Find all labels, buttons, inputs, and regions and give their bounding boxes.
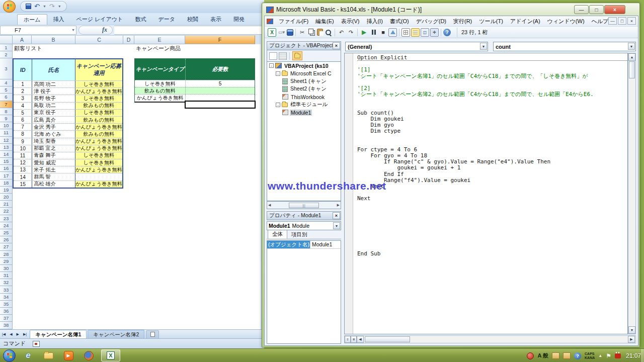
save-icon[interactable] — [287, 29, 293, 36]
help-tray-icon[interactable]: ? — [574, 352, 581, 359]
scroll-left-icon[interactable]: ◀ — [357, 336, 364, 343]
tree-item[interactable]: Module1 — [267, 109, 341, 117]
row-header-33[interactable]: 33 — [0, 286, 13, 293]
macro-record-icon[interactable] — [33, 341, 40, 347]
selected-cell-f7[interactable] — [185, 101, 256, 109]
customer-campaign-cell[interactable]: 飲みもの無料 — [75, 103, 122, 109]
sheet-tab-2[interactable]: キャンペーン名簿2 — [88, 330, 144, 338]
property-value[interactable]: Module1 — [310, 241, 341, 248]
full-module-view-icon[interactable]: ≣ — [351, 336, 357, 343]
tree-item[interactable]: -VBAProject (ks10 — [267, 62, 341, 70]
ribbon-tab-7[interactable]: 表示 — [204, 14, 227, 25]
ribbon-tab-6[interactable]: 校閲 — [181, 14, 204, 25]
ribbon-tab-3[interactable]: ページ レイアウト — [70, 14, 129, 25]
selector-dropdown-icon[interactable]: ▼ — [333, 222, 340, 229]
excel-taskbar-button[interactable]: X — [101, 349, 120, 361]
customer-id-cell[interactable]: 8 — [14, 131, 32, 137]
customer-name-cell[interactable]: 北海 めぐみ — [32, 131, 75, 137]
tool-tray-icon-1[interactable] — [552, 352, 559, 359]
customer-campaign-cell[interactable]: 飲みもの無料 — [75, 117, 122, 123]
row-header-8[interactable]: 8 — [0, 108, 13, 115]
help-icon[interactable]: ? — [443, 29, 451, 36]
hscroll-thumb[interactable] — [365, 336, 410, 342]
row-header-1[interactable]: 1 — [0, 44, 13, 51]
campaign-type-cell[interactable]: 飲みもの無料 — [135, 87, 186, 94]
vba-menu-5[interactable]: 書式(O) — [386, 16, 413, 27]
reset-icon[interactable]: ■ — [379, 28, 387, 37]
sheet-nav-icon-4[interactable]: ▶| — [21, 332, 29, 336]
sheet-nav-icon-3[interactable]: ▶ — [15, 332, 21, 336]
row-header-23[interactable]: 23 — [0, 215, 13, 222]
row-header-13[interactable]: 13 — [0, 144, 13, 151]
properties-window-icon[interactable] — [411, 28, 420, 37]
row-header-7[interactable]: 7 — [0, 101, 13, 108]
ribbon-tab-1[interactable]: ホーム — [17, 14, 47, 25]
redo-icon[interactable]: ↷ — [347, 28, 355, 37]
customer-name-cell[interactable]: 東京 役子 — [32, 110, 75, 116]
customer-header-1[interactable]: ID — [14, 59, 32, 80]
column-header-D[interactable]: D — [123, 35, 134, 44]
cell-a1-label[interactable]: 顧客リスト — [14, 45, 42, 52]
paste-icon[interactable] — [317, 29, 323, 36]
code-hscrollbar[interactable]: ≡ ≣ ◀ ▶ — [344, 335, 636, 343]
customer-campaign-cell[interactable]: かんぴょう巻き無料 — [75, 166, 122, 173]
customer-name-cell[interactable]: 群馬 智 — [32, 173, 75, 180]
row-header-32[interactable]: 32 — [0, 279, 13, 286]
project-panel-title[interactable]: プロジェクト - VBAProject× — [267, 41, 341, 50]
row-header-35[interactable]: 35 — [0, 301, 13, 308]
redo-dropdown-icon[interactable]: ▼ — [58, 5, 61, 8]
ribbon-tab-8[interactable]: 開発 — [227, 14, 251, 25]
row-header-28[interactable]: 28 — [0, 251, 13, 258]
office-button[interactable] — [3, 1, 16, 13]
show-hidden-icons[interactable]: ▲ — [598, 353, 602, 358]
customer-campaign-cell[interactable]: かんぴょう巻き無料 — [75, 181, 122, 188]
name-box-dropdown-icon[interactable]: ▼ — [71, 28, 75, 32]
close-properties-panel-icon[interactable]: × — [333, 212, 340, 219]
object-dropdown-icon[interactable]: ▼ — [480, 43, 487, 50]
row-header-14[interactable]: 14 — [0, 151, 13, 158]
customer-campaign-cell[interactable]: かんぴょう巻き無料 — [75, 124, 122, 130]
customer-id-cell[interactable]: 10 — [14, 145, 32, 152]
row-header-11[interactable]: 11 — [0, 129, 13, 136]
object-dropdown[interactable]: (General)▼ — [345, 42, 488, 51]
row-header-4[interactable]: 4 — [0, 79, 13, 86]
customer-name-cell[interactable]: 広島 真介 — [32, 117, 75, 123]
sheet-tab-1[interactable]: キャンペーン名簿1 — [30, 330, 87, 338]
customer-id-cell[interactable]: 12 — [14, 159, 32, 166]
column-header-C[interactable]: C — [75, 35, 123, 44]
vba-menu-2[interactable]: 編集(E) — [312, 16, 338, 27]
properties-tab-2[interactable]: 項目別 — [287, 231, 311, 239]
select-all-corner[interactable] — [0, 35, 13, 44]
cut-icon[interactable]: ✂ — [298, 28, 306, 37]
campaign-count-cell[interactable]: 5 — [186, 80, 255, 87]
customer-header-3[interactable]: キャンペーン応募適用 — [75, 59, 122, 80]
row-header-16[interactable]: 16 — [0, 165, 13, 172]
caps-kana-indicator[interactable]: CAPSKANA — [585, 352, 595, 360]
vba-menu-8[interactable]: ツール(T) — [475, 16, 507, 27]
column-header-E[interactable]: E — [134, 35, 185, 44]
properties-tab-1[interactable]: 全体 — [268, 230, 287, 239]
customer-id-cell[interactable]: 9 — [14, 138, 32, 145]
ime-mode-indicator[interactable]: A 般 — [537, 352, 548, 359]
customer-campaign-cell[interactable]: 飲みもの無料 — [75, 131, 122, 137]
undo-dropdown-icon[interactable]: ▼ — [43, 5, 46, 8]
recorder-tray-icon[interactable] — [527, 352, 534, 359]
customer-id-cell[interactable]: 3 — [14, 95, 32, 102]
tree-item[interactable]: ThisWorkbook — [267, 93, 341, 101]
expander-icon[interactable]: - — [276, 103, 280, 107]
row-header-22[interactable]: 22 — [0, 208, 13, 215]
vba-menu-7[interactable]: 実行(R) — [450, 16, 475, 27]
property-row[interactable]: (オブジェクト名)Module1 — [267, 241, 341, 249]
row-header-29[interactable]: 29 — [0, 258, 13, 265]
customer-campaign-cell[interactable]: しそ巻き無料 — [75, 110, 122, 116]
customer-id-cell[interactable]: 7 — [14, 124, 32, 130]
row-header-3[interactable]: 3 — [0, 58, 13, 79]
scroll-down-icon[interactable]: ▼ — [628, 326, 635, 334]
ribbon-tab-5[interactable]: データ — [152, 14, 181, 25]
row-header-18[interactable]: 18 — [0, 179, 13, 187]
copy-icon[interactable] — [307, 28, 316, 37]
insert-function-button[interactable]: fx — [78, 26, 113, 35]
customer-campaign-cell[interactable]: かんぴょう巻き無料 — [75, 145, 122, 152]
insert-userform-icon[interactable]: ▭▾ — [277, 28, 286, 37]
media-player-icon[interactable]: ▶ — [61, 349, 76, 362]
